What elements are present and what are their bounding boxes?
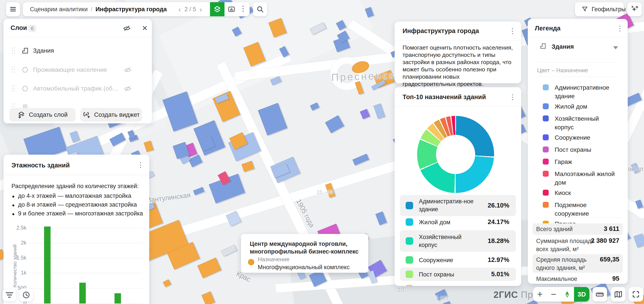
bar-chart-bar[interactable] [79, 283, 86, 303]
stat-label: Средняя площадь одного здания, м² [536, 256, 602, 272]
ai-assistant-button[interactable] [627, 2, 642, 16]
create-layer-button[interactable]: Создать слой [10, 108, 76, 122]
drag-handle-icon[interactable] [12, 86, 13, 86]
menu-button[interactable] [6, 2, 20, 16]
top10-row[interactable]: Хозяйственный корпус 18.28% [400, 230, 516, 252]
legend-swatch [543, 171, 549, 177]
top10-label: Административ-ное здание [419, 197, 476, 213]
create-widget-button[interactable]: Создать виджет [80, 108, 142, 122]
search-button[interactable] [253, 2, 267, 16]
hide-all-layers-button[interactable] [122, 24, 131, 33]
layers-panel: Слои 6 ✕ Здания Проживающее население [4, 19, 152, 123]
legend-item-label: Сооружение [555, 133, 618, 142]
layer-row-buildings[interactable]: Здания [4, 44, 152, 58]
next-scenario-button[interactable]: › [198, 3, 204, 16]
legend-item: Подземное сооружение [528, 200, 628, 219]
legend-item-label: Подземное сооружение [555, 201, 618, 218]
legend-item: Хозяйственный корпус [528, 113, 628, 132]
tooltip-attr-value: Многофункциональный комплекс [258, 264, 350, 271]
legend-item-label: Жилой дом [555, 102, 618, 111]
create-layer-icon [18, 111, 25, 119]
top10-row[interactable]: Пост охраны 5.01% [400, 268, 516, 281]
top10-label: Жилой дом [419, 218, 492, 226]
filter-lines-icon [6, 291, 13, 299]
map-style-button[interactable] [611, 287, 626, 301]
create-widget-label: Создать виджет [94, 111, 140, 118]
hexagon-layer-icon [21, 66, 29, 74]
drag-handle-icon[interactable] [12, 104, 13, 104]
drag-handle-icon[interactable] [12, 48, 13, 49]
legend-swatch [543, 103, 549, 109]
breadcrumb-current: Инфраструктура города [96, 6, 167, 13]
search-icon [256, 5, 264, 13]
map-label-house-number: 10 [398, 286, 404, 293]
map-building [202, 291, 215, 304]
floors-kebab-menu[interactable] [136, 161, 145, 170]
geofilters-button[interactable]: Геофильтры [575, 2, 624, 16]
layers-panel-header: Слои 6 ✕ [4, 19, 152, 37]
map-building [310, 102, 319, 111]
drag-handle-icon[interactable] [12, 67, 13, 68]
legend-item-label: Киоск [555, 189, 618, 197]
top10-swatch [406, 270, 413, 278]
top10-swatch [406, 285, 413, 286]
close-icon[interactable]: ✕ [140, 24, 149, 33]
header-kebab-menu[interactable] [238, 2, 248, 16]
layer-label: Здания [33, 47, 54, 54]
legend-item: Киоск [528, 188, 628, 200]
legend-item: Пост охраны [528, 145, 628, 157]
stat-label: Всего зданий [536, 225, 602, 233]
map-label-house-number: 15 [316, 189, 322, 195]
donut-chart[interactable] [417, 116, 494, 193]
floors-bullet: до 8-и этажей — среднеэтажная застройка [18, 201, 137, 208]
top10-swatch [406, 256, 413, 264]
buildings-layer-icon [539, 42, 547, 50]
create-widget-icon [82, 111, 90, 119]
map-building [374, 103, 385, 119]
scenario-pager: 2 / 5 [183, 6, 198, 13]
compass-tilt-button[interactable] [560, 290, 574, 298]
top10-row[interactable]: Административ-ное здание 26.10% [400, 195, 516, 216]
bar-chart-ylabel: Количество зданий [12, 239, 18, 292]
prev-scenario-button[interactable]: ‹ [176, 3, 183, 16]
top10-row[interactable]: Сооружение 12.97% [400, 253, 516, 266]
stat-row: Суммарная площадь всех зданий, м² 2 380 … [533, 236, 623, 253]
zoom-out-button[interactable]: − [547, 287, 560, 301]
map-building [258, 103, 288, 135]
legend-item: Гараж [528, 157, 628, 169]
legend-swatch [543, 190, 549, 196]
top10-swatch [406, 237, 413, 245]
zoom-in-button[interactable]: + [533, 287, 547, 301]
hexagon-layer-icon [21, 85, 29, 93]
eye-off-icon[interactable] [123, 65, 132, 74]
header-toolbar: Сценарии аналитики / Инфраструктура горо… [23, 2, 250, 16]
bar-chart-bar[interactable] [114, 293, 121, 303]
layer-row-population[interactable]: Проживающее население [4, 63, 152, 77]
fullscreen-icon[interactable] [628, 287, 643, 301]
map-building [144, 141, 154, 152]
mode-3d-button[interactable]: 3D [574, 287, 590, 301]
tooltip-attr-label: Назначение [258, 256, 290, 263]
top10-label: Хозяйственный корпус [419, 233, 476, 249]
map-building [325, 115, 344, 133]
legend-swatch [543, 115, 549, 121]
top10-kebab-menu[interactable] [508, 93, 517, 103]
eye-off-icon[interactable] [123, 84, 132, 93]
infrastructure-kebab-menu[interactable] [508, 27, 517, 37]
layer-row-traffic[interactable]: Автомобильный трафик (обобщ... [4, 82, 152, 96]
top10-row[interactable]: Гараж 3.59% [400, 282, 516, 286]
ruler-button[interactable] [592, 287, 607, 301]
layers-toggle-button[interactable] [210, 2, 224, 16]
map-building [242, 161, 254, 172]
geofilters-label: Геофильтры [592, 6, 626, 13]
bar-chart-bar[interactable] [44, 226, 50, 303]
top10-row[interactable]: Жилой дом 24.17% [400, 216, 516, 228]
time-button[interactable] [19, 288, 33, 301]
legend-item: Сооружение [528, 132, 628, 145]
breadcrumb-root[interactable]: Сценарии аналитики [30, 6, 88, 13]
chevron-down-icon[interactable] [613, 46, 618, 49]
legend-kebab-menu[interactable] [615, 24, 625, 34]
widgets-button[interactable] [224, 2, 238, 16]
stat-row: Всего зданий 3 611 [533, 223, 623, 235]
map-filter-button[interactable] [3, 288, 16, 301]
